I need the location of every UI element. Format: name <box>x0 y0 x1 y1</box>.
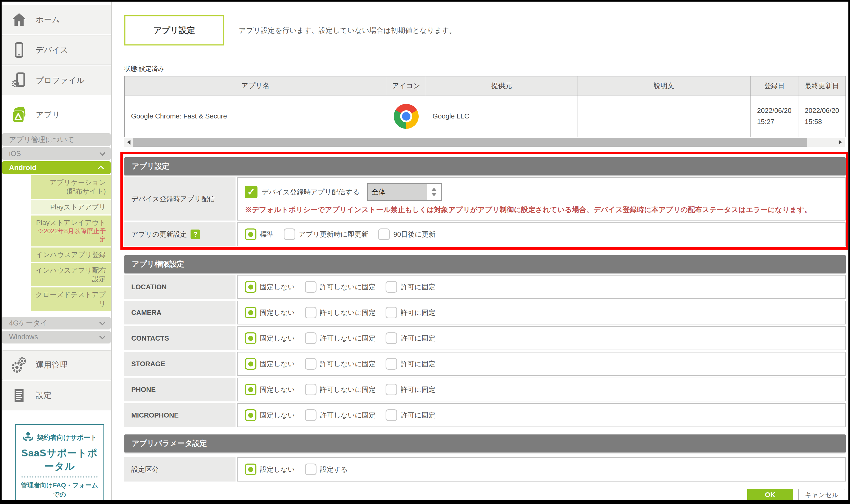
chrome-icon <box>394 104 419 129</box>
sidebar-item-home[interactable]: ホーム <box>2 5 111 34</box>
ok-button[interactable]: OK <box>747 489 793 501</box>
app-info-table: アプリ名 アイコン 提供元 説明文 登録日 最終更新日 Google Chrom… <box>124 76 846 137</box>
option-fix-allow[interactable]: 許可に固定 <box>385 409 435 421</box>
chevron-down-icon <box>100 334 106 340</box>
option-fix-deny[interactable]: 許可しないに固定 <box>305 358 376 370</box>
sidebar-item-operation[interactable]: 運用管理 <box>2 350 111 380</box>
sidebar-group-windows[interactable]: Windows <box>2 331 110 343</box>
sidebar-item-label: 設定 <box>36 390 52 401</box>
option-no-fix[interactable]: 固定しない <box>245 358 295 370</box>
submenu-item-playstore-app[interactable]: Playストアアプリ <box>31 200 110 214</box>
scroll-left-arrow[interactable] <box>124 138 133 147</box>
submenu-item-inhouse-register[interactable]: インハウスアプリ登録 <box>31 248 110 262</box>
updated-cell: 2022/06/20 15:58 <box>798 95 846 137</box>
chevron-down-icon <box>100 150 106 156</box>
spinner-up-icon[interactable] <box>431 188 437 191</box>
radio-selected[interactable] <box>245 229 257 240</box>
status-text: 状態:設定済み <box>124 65 846 73</box>
submenu-item-closed-test[interactable]: クローズドテストアプリ <box>31 287 110 311</box>
section-header-parameters: アプリパラメータ設定 <box>124 434 846 452</box>
option-fix-deny[interactable]: 許可しないに固定 <box>305 281 376 293</box>
android-submenu: アプリケーション (配布サイト) Playストアアプリ Playストアレイアウト… <box>31 175 110 311</box>
option-fix-allow[interactable]: 許可に固定 <box>385 358 435 370</box>
document-icon <box>10 387 28 404</box>
provider-cell: Google LLC <box>426 95 577 137</box>
option-fix-allow[interactable]: 許可に固定 <box>385 307 435 318</box>
delivery-label: デバイス登録時アプリ配信 <box>124 177 236 220</box>
sidebar: ホーム デバイス プロファイル アプリ ア <box>2 2 112 500</box>
submenu-item-application[interactable]: アプリケーション (配布サイト) <box>31 175 110 199</box>
option-no-fix[interactable]: 固定しない <box>245 307 295 318</box>
scope-select-value: 全体 <box>368 184 427 200</box>
horizontal-scrollbar[interactable] <box>124 138 845 147</box>
chevron-up-icon <box>98 165 104 172</box>
page-description: アプリ設定を行います、設定していない場合は初期値となります。 <box>239 26 456 35</box>
permission-row-camera: CAMERA 固定しない 許可しないに固定 許可に固定 <box>124 301 846 324</box>
sidebar-item-device[interactable]: デバイス <box>2 35 111 65</box>
spinner-down-icon[interactable] <box>431 193 437 196</box>
option-do-not-set[interactable]: 設定しない <box>245 464 295 475</box>
option-update-after-90days[interactable]: 90日後に更新 <box>378 229 436 240</box>
scroll-right-arrow[interactable] <box>836 138 845 147</box>
section-header-app-settings: アプリ設定 <box>124 157 846 175</box>
scope-select[interactable]: 全体 <box>367 183 442 201</box>
option-no-fix[interactable]: 固定しない <box>245 409 295 421</box>
sidebar-item-label: デバイス <box>36 45 68 56</box>
col-icon: アイコン <box>386 76 426 95</box>
permission-row-location: LOCATION 固定しない 許可しないに固定 許可に固定 <box>124 275 846 299</box>
scrollbar-track[interactable] <box>133 138 836 147</box>
cancel-button[interactable]: キャンセル <box>798 489 845 501</box>
submenu-item-playstore-layout[interactable]: Playストアレイアウト ※2022年8月以降廃止予定 <box>31 216 110 247</box>
option-fix-deny[interactable]: 許可しないに固定 <box>305 384 376 395</box>
sidebar-item-apps[interactable]: アプリ <box>2 100 111 130</box>
sidebar-group-ios[interactable]: iOS <box>2 147 110 160</box>
app-settings-section: アプリ設定 デバイス登録時アプリ配信 デバイス登録時アプリ配信する 全体 <box>124 157 846 246</box>
main-content: アプリ設定 アプリ設定を行います、設定していない場合は初期値となります。 状態:… <box>112 2 848 500</box>
option-set[interactable]: 設定する <box>305 464 348 475</box>
delivery-checkbox[interactable] <box>245 186 258 198</box>
section-header-permissions: アプリ権限設定 <box>124 255 846 273</box>
device-icon <box>10 41 28 59</box>
sidebar-group-4g[interactable]: 4Gケータイ <box>2 317 110 329</box>
home-icon <box>10 11 28 28</box>
delivery-row: デバイス登録時アプリ配信 デバイス登録時アプリ配信する 全体 <box>124 177 846 220</box>
option-fix-allow[interactable]: 許可に固定 <box>385 332 435 344</box>
page-title: アプリ設定 <box>124 15 224 46</box>
page-header: アプリ設定 アプリ設定を行います、設定していない場合は初期値となります。 <box>124 15 846 46</box>
divider <box>21 476 98 478</box>
table-row: Google Chrome: Fast & Secure Google LLC … <box>125 95 846 137</box>
option-no-fix[interactable]: 固定しない <box>245 384 295 395</box>
footer-actions: OK キャンセル <box>124 489 846 501</box>
option-standard[interactable]: 標準 <box>245 229 274 240</box>
permission-row-phone: PHONE 固定しない 許可しないに固定 許可に固定 <box>124 378 846 401</box>
app-icon-cell <box>386 95 426 137</box>
radio[interactable] <box>378 229 390 240</box>
option-no-fix[interactable]: 固定しない <box>245 281 295 293</box>
update-setting-options: 標準 アプリ更新時に即更新 90日後に更新 <box>237 222 846 246</box>
scrollbar-thumb[interactable] <box>133 138 807 147</box>
submenu-item-inhouse-distribution[interactable]: インハウスアプリ配布設定 <box>31 263 110 287</box>
support-title: SaaSサポートポータル <box>18 447 101 473</box>
sidebar-item-settings[interactable]: 設定 <box>2 381 111 410</box>
sidebar-item-label: ホーム <box>36 14 60 25</box>
option-fix-deny[interactable]: 許可しないに固定 <box>305 307 376 318</box>
parameter-row: 設定区分 設定しない 設定する <box>124 457 846 482</box>
sidebar-item-profile[interactable]: プロファイル <box>2 66 111 95</box>
sidebar-item-label: プロファイル <box>36 75 84 86</box>
spinner-arrows[interactable] <box>427 184 441 200</box>
parameter-options: 設定しない 設定する <box>237 457 846 482</box>
option-no-fix[interactable]: 固定しない <box>245 332 295 344</box>
help-icon[interactable]: ? <box>191 230 200 239</box>
sidebar-group-android[interactable]: Android <box>2 161 110 174</box>
option-fix-allow[interactable]: 許可に固定 <box>385 281 435 293</box>
radio[interactable] <box>284 229 295 240</box>
option-fix-deny[interactable]: 許可しないに固定 <box>305 332 376 344</box>
deprecation-note: ※2022年8月以降廃止予定 <box>35 227 106 243</box>
support-line2: ヘルプデスク問い合わせはこちら <box>18 499 101 504</box>
option-fix-deny[interactable]: 許可しないに固定 <box>305 409 376 421</box>
option-update-immediately[interactable]: アプリ更新時に即更新 <box>284 229 368 240</box>
saas-support-portal-banner[interactable]: 契約者向けサポート SaaSサポートポータル 管理者向けFAQ・フォームでの ヘ… <box>15 424 104 504</box>
option-fix-allow[interactable]: 許可に固定 <box>385 384 435 395</box>
parameter-label: 設定区分 <box>124 457 236 482</box>
sidebar-item-app-management[interactable]: アプリ管理について <box>2 133 110 146</box>
